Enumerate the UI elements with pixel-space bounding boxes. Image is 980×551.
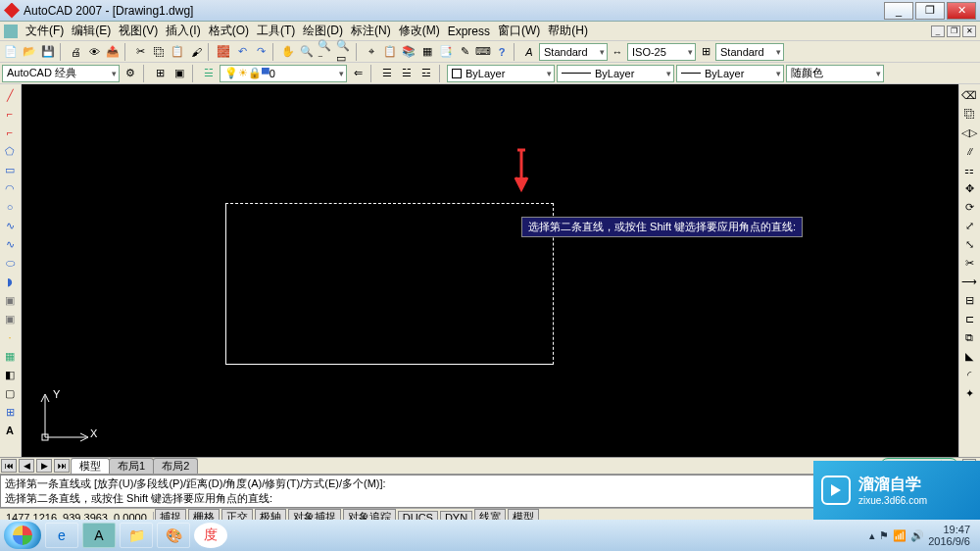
ucs-button[interactable] <box>363 43 380 61</box>
quickcalc-button[interactable] <box>474 43 492 61</box>
matchprop-button[interactable] <box>187 43 205 61</box>
plot-preview-button[interactable]: 👁 <box>85 43 103 61</box>
dimstyle-icon[interactable]: ↔ <box>609 43 626 61</box>
properties-button[interactable]: 📋 <box>381 43 399 61</box>
menu-edit[interactable]: 编辑(E) <box>68 21 115 41</box>
menu-express[interactable]: Express <box>444 23 494 40</box>
tray-volume-icon[interactable]: 🔊 <box>910 529 924 542</box>
trim-button[interactable] <box>960 254 978 272</box>
minimize-button[interactable]: _ <box>884 2 913 20</box>
point-button[interactable] <box>1 328 19 346</box>
menu-dim[interactable]: 标注(N) <box>347 21 395 41</box>
maximize-button[interactable]: ❐ <box>915 2 945 20</box>
layer-tool1-button[interactable]: ☰ <box>378 65 396 82</box>
textstyle-icon[interactable]: A <box>520 43 538 61</box>
region-button[interactable] <box>1 384 19 402</box>
gradient-button[interactable] <box>1 366 19 383</box>
break-at-point-button[interactable] <box>960 291 978 309</box>
mirror-button[interactable] <box>960 124 978 141</box>
taskbar-baidu-button[interactable]: 度 <box>194 523 227 548</box>
taskbar-autocad-button[interactable]: A <box>82 523 116 548</box>
layer-tool2-button[interactable]: ☱ <box>398 65 416 82</box>
offset-button[interactable] <box>960 142 978 160</box>
start-button[interactable] <box>4 522 41 549</box>
layer-manager-button[interactable] <box>200 65 218 82</box>
tab-nav-next-button[interactable]: ▶ <box>36 459 52 473</box>
mdi-restore-button[interactable]: ❐ <box>947 25 960 37</box>
new-button[interactable] <box>2 43 20 61</box>
zoom-window-button[interactable]: 🔍▭ <box>335 43 353 61</box>
taskbar-clock[interactable]: 19:47 2016/9/6 <box>928 524 970 547</box>
block-editor-button[interactable]: 🧱 <box>215 43 232 61</box>
tab-model[interactable]: 模型 <box>71 458 110 474</box>
paste-button[interactable] <box>169 43 186 61</box>
menu-window[interactable]: 窗口(W) <box>494 21 544 41</box>
menu-tools[interactable]: 工具(T) <box>253 21 299 41</box>
join-button[interactable] <box>960 328 978 346</box>
insert-block-button[interactable] <box>1 291 19 309</box>
hatch-button[interactable] <box>1 347 19 365</box>
mdi-minimize-button[interactable]: _ <box>931 25 945 37</box>
fillet-button[interactable] <box>960 366 978 383</box>
publish-button[interactable]: 📤 <box>104 43 122 61</box>
tab-layout2[interactable]: 布局2 <box>153 458 198 474</box>
extend-button[interactable] <box>960 273 978 290</box>
tab-nav-first-button[interactable]: ⏮ <box>1 459 17 473</box>
menu-insert[interactable]: 插入(I) <box>162 21 204 41</box>
scale-button[interactable] <box>960 217 978 234</box>
chamfer-button[interactable] <box>960 347 978 365</box>
system-tray[interactable]: ▴ ⚑ 📶 🔊 19:47 2016/9/6 <box>863 524 976 547</box>
taskbar-explorer-button[interactable]: 📁 <box>120 523 153 548</box>
rectangle-button[interactable] <box>1 161 19 178</box>
tray-network-icon[interactable]: 📶 <box>893 529 906 542</box>
plotstyle-dropdown[interactable]: 随颜色 <box>786 65 884 82</box>
menu-format[interactable]: 格式(O) <box>205 21 253 41</box>
color-dropdown[interactable]: ByLayer <box>447 65 555 82</box>
save-button[interactable] <box>39 43 57 61</box>
layer-dropdown[interactable]: 0 <box>220 65 347 82</box>
copy-button[interactable] <box>960 105 978 123</box>
menu-modify[interactable]: 修改(M) <box>395 21 444 41</box>
tray-expand-icon[interactable]: ▴ <box>869 529 875 542</box>
textstyle-dropdown[interactable]: Standard <box>539 43 608 61</box>
break-button[interactable] <box>960 310 978 327</box>
mdi-close-button[interactable]: ✕ <box>962 25 976 37</box>
markupset-button[interactable]: ✎ <box>456 43 473 61</box>
linetype-dropdown[interactable]: ByLayer <box>557 65 674 82</box>
copyclip-button[interactable] <box>150 43 168 61</box>
zoom-realtime-button[interactable] <box>298 43 316 61</box>
drawing-canvas[interactable]: 选择第二条直线，或按住 Shift 键选择要应用角点的直线: Y X <box>22 84 958 457</box>
rotate-button[interactable] <box>960 198 978 216</box>
polyline-button[interactable] <box>1 124 19 141</box>
ellipse-arc-button[interactable] <box>1 273 19 290</box>
cleanscreen-button[interactable]: ▣ <box>171 65 188 82</box>
table-button[interactable] <box>1 403 19 421</box>
tablestyle-dropdown[interactable]: Standard <box>715 43 784 61</box>
erase-button[interactable] <box>960 86 978 104</box>
construction-line-button[interactable] <box>1 105 19 123</box>
stretch-button[interactable] <box>960 235 978 253</box>
tray-flag-icon[interactable]: ⚑ <box>879 529 889 542</box>
pan-button[interactable] <box>279 43 297 61</box>
toolpalette-button[interactable] <box>151 65 169 82</box>
close-button[interactable]: ✕ <box>947 2 976 20</box>
redo-button[interactable] <box>252 43 270 61</box>
zoom-previous-button[interactable]: 🔍⁻ <box>317 43 334 61</box>
workspace-settings-button[interactable] <box>122 65 139 82</box>
cut-button[interactable] <box>131 43 149 61</box>
lineweight-dropdown[interactable]: ByLayer <box>676 65 784 82</box>
open-button[interactable] <box>21 43 38 61</box>
mtext-button[interactable] <box>1 422 19 439</box>
plot-button[interactable] <box>67 43 84 61</box>
menu-view[interactable]: 视图(V) <box>115 21 162 41</box>
line-button[interactable] <box>1 86 19 104</box>
polygon-button[interactable] <box>1 142 19 160</box>
circle-button[interactable] <box>1 198 19 216</box>
tab-layout1[interactable]: 布局1 <box>109 458 154 474</box>
workspace-dropdown[interactable]: AutoCAD 经典 <box>2 65 120 82</box>
explode-button[interactable] <box>960 384 978 402</box>
revcloud-button[interactable] <box>1 217 19 234</box>
layer-tool3-button[interactable]: ☲ <box>417 65 435 82</box>
taskbar-paint-button[interactable]: 🎨 <box>157 523 190 548</box>
layer-prev-button[interactable]: ⇐ <box>349 65 367 82</box>
